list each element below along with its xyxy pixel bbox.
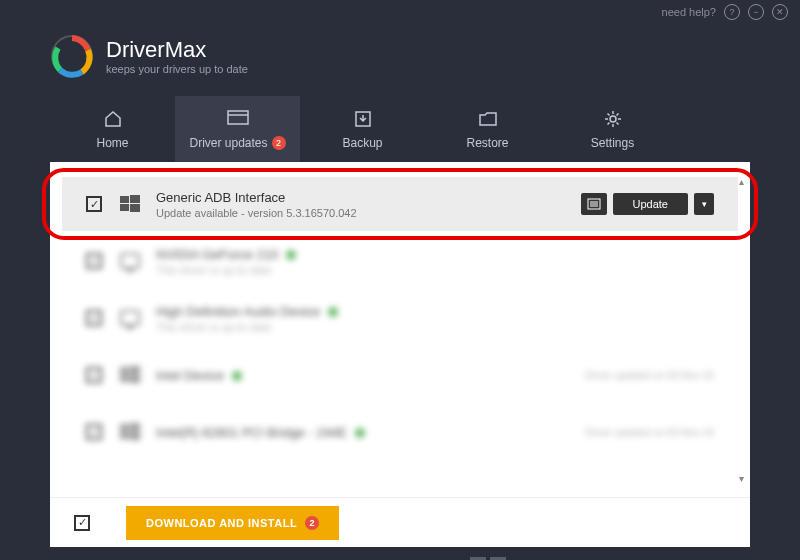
driver-info: Intel(R) 82801 PCI Bridge - 244E	[156, 425, 585, 440]
help-icon[interactable]: ?	[724, 4, 740, 20]
svg-rect-19	[120, 432, 129, 439]
app-logo-icon	[50, 34, 94, 78]
driver-title: Generic ADB Interface	[156, 190, 581, 205]
driver-title: High Definition Audio Device	[156, 304, 714, 319]
action-bar: DOWNLOAD AND INSTALL 2	[50, 497, 750, 547]
status-dot-icon	[355, 428, 365, 438]
driver-list: Generic ADB Interface Update available -…	[50, 162, 750, 497]
status-dot-icon	[328, 307, 338, 317]
driver-info: Intel Device	[156, 368, 585, 383]
svg-rect-6	[130, 195, 140, 203]
driver-title: Intel Device	[156, 368, 585, 383]
driver-row[interactable]: NVIDIA GeForce 210 This driver is up-to-…	[62, 234, 738, 288]
app-title: DriverMax	[106, 37, 248, 63]
driver-info: Generic ADB Interface Update available -…	[156, 190, 581, 219]
app-header: DriverMax keeps your drivers up to date	[0, 24, 800, 96]
scroll-down-icon[interactable]: ▾	[734, 471, 748, 485]
close-icon[interactable]: ✕	[772, 4, 788, 20]
driver-row[interactable]: High Definition Audio Device This driver…	[62, 291, 738, 345]
driver-date: Driver updated on 03-Nov-16	[585, 427, 714, 438]
scroll-up-icon[interactable]: ▴	[734, 174, 748, 188]
svg-point-4	[610, 116, 616, 122]
help-link[interactable]: need help?	[662, 6, 716, 18]
footer: © 2017 DriverMax PRO version 9.17 f g+	[0, 547, 800, 560]
updates-icon	[227, 108, 249, 130]
main-tabs: Home Driver updates2 Backup Restore Sett…	[0, 96, 800, 162]
svg-rect-15	[120, 375, 129, 382]
svg-rect-7	[120, 204, 129, 211]
tab-label: Driver updates2	[189, 136, 285, 150]
tab-label: Settings	[591, 136, 634, 150]
windows-icon	[120, 422, 140, 442]
status-dot-icon	[232, 371, 242, 381]
svg-rect-1	[228, 111, 248, 124]
driver-info: NVIDIA GeForce 210 This driver is up-to-…	[156, 247, 714, 276]
checkbox[interactable]	[86, 310, 102, 326]
tab-label: Restore	[466, 136, 508, 150]
checkbox[interactable]	[86, 424, 102, 440]
tab-driver-updates[interactable]: Driver updates2	[175, 96, 300, 162]
tab-home[interactable]: Home	[50, 96, 175, 162]
gear-icon	[602, 108, 624, 130]
driver-title: Intel(R) 82801 PCI Bridge - 244E	[156, 425, 585, 440]
tab-backup[interactable]: Backup	[300, 96, 425, 162]
svg-rect-14	[130, 366, 140, 374]
restore-icon	[477, 108, 499, 130]
driver-subtitle: Update available - version 5.3.16570.042	[156, 207, 581, 219]
driver-row[interactable]: Intel(R) 82801 PCI Bridge - 244E Driver …	[62, 405, 738, 459]
app-tagline: keeps your drivers up to date	[106, 63, 248, 75]
checkbox[interactable]	[86, 367, 102, 383]
window-controls: need help? ? − ✕	[0, 0, 800, 24]
update-dropdown-button[interactable]: ▾	[694, 193, 714, 215]
svg-rect-18	[130, 423, 140, 431]
row-actions: Update ▾	[581, 193, 714, 215]
driver-row[interactable]: Intel Device Driver updated on 03-Nov-16	[62, 348, 738, 402]
svg-rect-20	[130, 432, 140, 440]
download-badge: 2	[305, 516, 319, 530]
svg-rect-16	[130, 375, 140, 383]
tab-label: Backup	[342, 136, 382, 150]
minimize-icon[interactable]: −	[748, 4, 764, 20]
monitor-icon	[120, 310, 140, 326]
download-install-button[interactable]: DOWNLOAD AND INSTALL 2	[126, 506, 339, 540]
driver-subtitle: This driver is up-to-date	[156, 321, 714, 333]
svg-rect-13	[120, 367, 129, 374]
backup-icon	[352, 108, 374, 130]
update-button[interactable]: Update	[613, 193, 688, 215]
windows-icon	[120, 365, 140, 385]
status-dot-icon	[286, 250, 296, 260]
brand-text: DriverMax keeps your drivers up to date	[106, 37, 248, 75]
tab-restore[interactable]: Restore	[425, 96, 550, 162]
driver-row-featured[interactable]: Generic ADB Interface Update available -…	[62, 177, 738, 231]
driver-subtitle: This driver is up-to-date	[156, 264, 714, 276]
tab-label: Home	[96, 136, 128, 150]
home-icon	[102, 108, 124, 130]
svg-rect-17	[120, 424, 129, 431]
svg-rect-8	[130, 204, 140, 212]
monitor-icon	[120, 253, 140, 269]
updates-badge: 2	[272, 136, 286, 150]
select-all-checkbox[interactable]	[74, 515, 90, 531]
svg-rect-5	[120, 196, 129, 203]
scrollbar[interactable]: ▴ ▾	[734, 174, 748, 485]
windows-icon	[120, 194, 140, 214]
checkbox[interactable]	[86, 196, 102, 212]
checkbox[interactable]	[86, 253, 102, 269]
tab-settings[interactable]: Settings	[550, 96, 675, 162]
driver-title: NVIDIA GeForce 210	[156, 247, 714, 262]
download-label: DOWNLOAD AND INSTALL	[146, 517, 297, 529]
driver-info: High Definition Audio Device This driver…	[156, 304, 714, 333]
details-button[interactable]	[581, 193, 607, 215]
driver-date: Driver updated on 03-Nov-16	[585, 370, 714, 381]
